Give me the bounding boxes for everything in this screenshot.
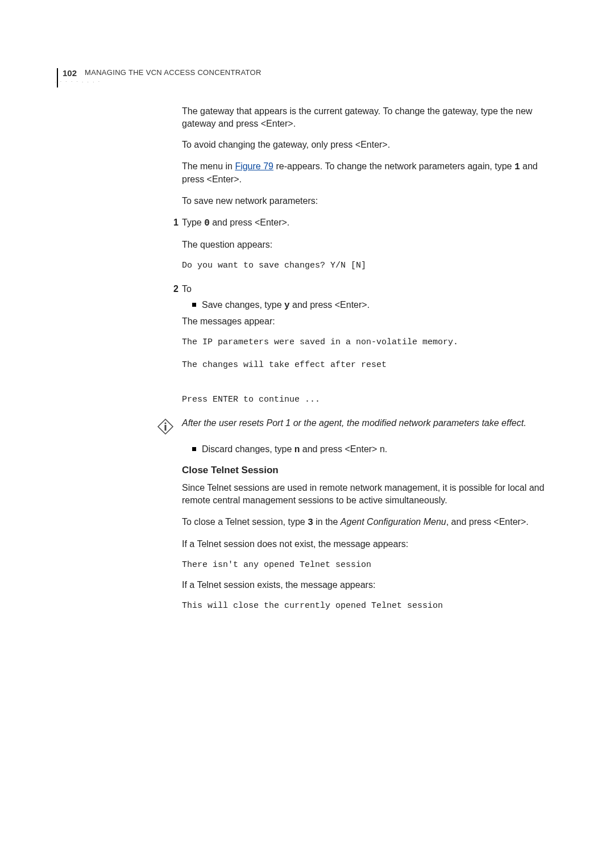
bullet-square-icon [192, 303, 196, 307]
bullet-discard-changes: Discard changes, type n and press <Enter… [192, 443, 557, 457]
bullet-save-changes: Save changes, type y and press <Enter>. [192, 299, 557, 312]
info-icon [157, 418, 174, 439]
bullet-square-icon [192, 447, 196, 451]
svg-point-1 [164, 423, 166, 424]
key-n: n [294, 445, 300, 455]
svg-rect-2 [165, 425, 167, 431]
bullet-save-text: Save changes, type y and press <Enter>. [202, 299, 370, 312]
paragraph-save-intro: To save new network parameters: [182, 195, 557, 207]
step-1-line: Type 0 and press <Enter>. [182, 216, 557, 230]
text-fragment: The menu in [182, 161, 235, 171]
decorative-dots: . · · · · . . . · [55, 80, 101, 83]
running-head-rest: ANAGING THE VCN ACCESS CONCENTRATOR [91, 68, 261, 77]
step-2-to: To [182, 283, 557, 295]
page-container: 102 MANAGING THE VCN ACCESS CONCENTRATOR… [0, 0, 614, 654]
main-content: The gateway that appears is the current … [182, 105, 557, 612]
paragraph-gateway-intro: The gateway that appears is the current … [182, 105, 557, 130]
text-fragment: Discard changes, type [202, 444, 294, 454]
paragraph-avoid-change: To avoid changing the gateway, only pres… [182, 139, 557, 151]
running-head-prefix: M [85, 68, 91, 77]
key-0: 0 [204, 218, 210, 228]
step-1-question-label: The question appears: [182, 239, 557, 251]
step-2-code: The IP parameters were saved in a non-vo… [182, 337, 557, 406]
close-telnet-noexist-code: There isn't any opened Telnet session [182, 560, 557, 571]
figure-79-link[interactable]: Figure 79 [235, 161, 273, 171]
step-2-body: To Save changes, type y and press <Enter… [182, 283, 557, 414]
bullet-discard-text: Discard changes, type n and press <Enter… [202, 443, 387, 457]
page-number: 102 [57, 68, 85, 78]
text-fragment: and press <Enter>. [210, 218, 290, 227]
close-telnet-exist-label: If a Telnet session exists, the message … [182, 579, 557, 591]
text-fragment: and press <Enter>. [290, 300, 370, 310]
step-number-2: 2 [165, 283, 182, 295]
note-text: After the user resets Port 1 or the agen… [182, 417, 557, 429]
key-1: 1 [515, 162, 520, 172]
header-rule [57, 68, 58, 87]
paragraph-menu-reappears: The menu in Figure 79 re-appears. To cha… [182, 160, 557, 186]
step-1: 1 Type 0 and press <Enter>. The question… [182, 216, 557, 279]
text-fragment: re-appears. To change the network parame… [273, 161, 515, 171]
step-1-code: Do you want to save changes? Y/N [N] [182, 260, 557, 272]
text-fragment: Save changes, type [202, 300, 284, 310]
text-fragment: Type [182, 218, 204, 227]
close-telnet-heading: Close Telnet Session [182, 464, 557, 477]
text-fragment: , and press <Enter>. [446, 517, 529, 527]
step-2: 2 To Save changes, type y and press <Ent… [182, 283, 557, 414]
text-fragment: and press <Enter> n. [300, 444, 387, 454]
step-1-body: Type 0 and press <Enter>. The question a… [182, 216, 557, 279]
close-telnet-noexist-label: If a Telnet session does not exist, the … [182, 538, 557, 550]
text-fragment: To close a Telnet session, type [182, 517, 308, 527]
step-number-1: 1 [165, 216, 182, 229]
key-3: 3 [308, 518, 313, 528]
note-block: After the user resets Port 1 or the agen… [182, 417, 557, 439]
close-telnet-p1: Since Telnet sessions are used in remote… [182, 482, 557, 506]
running-header: 102 MANAGING THE VCN ACCESS CONCENTRATOR… [57, 68, 557, 78]
close-telnet-exist-code: This will close the currently opened Tel… [182, 600, 557, 612]
close-telnet-p2: To close a Telnet session, type 3 in the… [182, 516, 557, 529]
running-head-text: MANAGING THE VCN ACCESS CONCENTRATOR [85, 68, 262, 77]
text-fragment: in the [313, 517, 341, 527]
step-2-messages-label: The messages appear: [182, 315, 557, 328]
agent-config-menu-italic: Agent Configuration Menu [341, 517, 446, 527]
key-y: y [284, 301, 290, 311]
